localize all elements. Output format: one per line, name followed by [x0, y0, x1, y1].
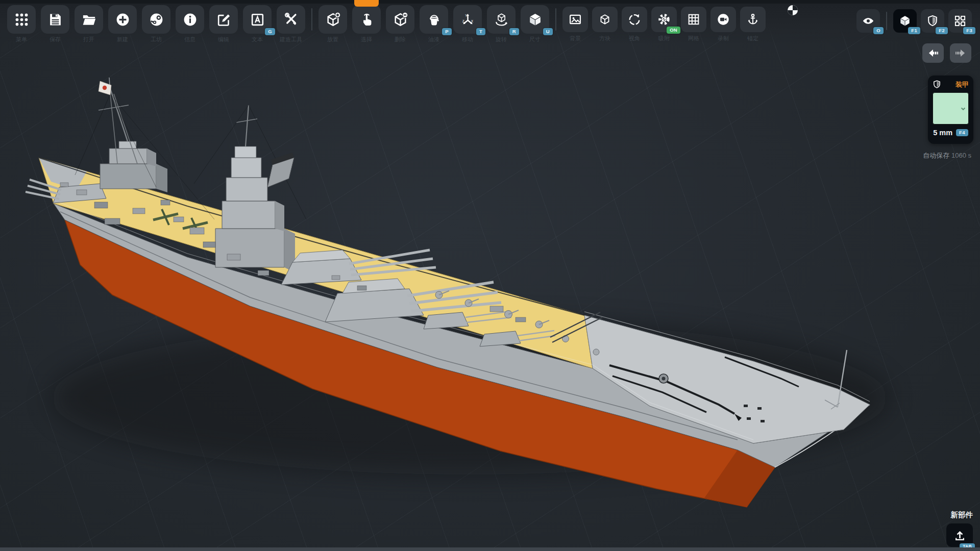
orientation-sphere[interactable]	[787, 4, 799, 16]
build-tools-label: 建造工具	[280, 36, 302, 43]
move-button[interactable]: YZX移动T	[453, 5, 482, 34]
open-button[interactable]: 打开	[75, 5, 103, 34]
add-block-button[interactable]: 放置	[318, 5, 347, 34]
eye-icon	[862, 14, 875, 28]
select-tool-label: 选择	[361, 36, 372, 43]
text-a-icon	[250, 12, 265, 28]
size-label: 尺寸	[529, 36, 541, 43]
toolbar-divider	[311, 8, 312, 31]
upload-arrow-icon	[953, 529, 967, 542]
snap-shortcut-badge: ON	[667, 27, 680, 34]
snap-button[interactable]: 吸附ON	[651, 7, 677, 32]
info-button[interactable]: 信息	[176, 5, 204, 34]
autosave-value: 1060 s	[951, 152, 971, 159]
toolbar-group: 放置选择删除油漆PYZX移动T旋转R尺寸U	[318, 5, 549, 34]
open-label: 打开	[83, 36, 94, 43]
cube-plus-icon	[325, 12, 341, 28]
new-button[interactable]: 新建	[108, 5, 137, 34]
save-button[interactable]: 保存	[41, 5, 69, 34]
shield-icon	[932, 80, 942, 89]
background-label: 背景	[570, 35, 581, 42]
grid-dots-icon	[14, 12, 30, 28]
blocks-panel-button[interactable]: F1	[893, 9, 917, 33]
grid-icon	[687, 12, 701, 27]
armor-shortcut-badge: F4	[956, 129, 968, 137]
toolbar-group: 菜单保存打开新建工坊信息编辑文本G建造工具	[7, 5, 305, 34]
history-controls	[922, 43, 971, 63]
edit-label: 编辑	[218, 36, 229, 43]
toolbar-groups: 菜单保存打开新建工坊信息编辑文本G建造工具放置选择删除油漆PYZX移动T旋转R尺…	[7, 5, 766, 34]
modules-icon	[953, 14, 967, 28]
battleship-model[interactable]	[0, 0, 980, 551]
edit-icon	[216, 12, 232, 28]
menu-label: 菜单	[16, 36, 27, 43]
cube-rotate-icon	[494, 12, 509, 28]
blocks-button[interactable]: 方块	[592, 7, 618, 32]
save-icon	[47, 12, 63, 28]
image-icon	[568, 12, 582, 27]
svg-text:Z: Z	[462, 19, 464, 23]
cube-solid-icon	[527, 12, 543, 28]
visibility-button[interactable]: O	[856, 9, 880, 33]
workshop-button[interactable]: 工坊	[142, 5, 170, 34]
undo-icon	[926, 46, 940, 60]
new-part-button[interactable]: TAB	[946, 523, 973, 547]
modules-panel-shortcut-badge: F3	[963, 27, 975, 35]
folder-icon	[81, 12, 97, 28]
grid-button[interactable]: 网格	[681, 7, 706, 32]
armor-panel-footer: 5 mm F4	[928, 129, 973, 137]
remove-block-button[interactable]: 删除	[386, 5, 414, 34]
paint-shortcut-badge: P	[442, 28, 452, 36]
paint-button[interactable]: 油漆P	[420, 5, 448, 34]
axis-icon: YZX	[460, 12, 476, 28]
armor-panel-title: 装甲	[955, 80, 969, 89]
chevron-down-icon	[959, 104, 968, 113]
build-tools-button[interactable]: 建造工具	[277, 5, 305, 34]
view-reset-button[interactable]: 视角	[622, 7, 647, 32]
undo-button[interactable]	[922, 43, 944, 63]
anchor-button[interactable]: 锚定	[740, 7, 766, 32]
move-shortcut-badge: T	[476, 28, 485, 36]
active-tool-indicator	[354, 0, 379, 7]
rotate-ccw-icon	[627, 12, 642, 27]
camera-icon	[716, 12, 730, 27]
blocks-label: 方块	[599, 35, 610, 42]
svg-text:Y: Y	[465, 13, 468, 17]
visibility-shortcut-badge: O	[873, 27, 884, 35]
tools-icon	[283, 12, 299, 28]
info-icon	[182, 12, 198, 28]
view-toolbar: OF1F2F3	[856, 9, 972, 33]
modules-panel-button[interactable]: F3	[948, 9, 972, 33]
cube-outline-icon	[598, 12, 612, 27]
redo-button[interactable]	[950, 43, 971, 63]
viewport-3d[interactable]	[0, 0, 980, 551]
select-tool-button[interactable]: 选择	[352, 5, 381, 34]
cube-minus-icon	[393, 12, 408, 28]
text-shortcut-badge: G	[265, 28, 275, 36]
armor-color-dropdown[interactable]	[933, 92, 969, 124]
paint-label: 油漆	[428, 36, 439, 43]
steam-icon	[149, 12, 164, 28]
armor-thickness-value: 5 mm	[933, 129, 952, 137]
armor-panel-header: 装甲	[928, 76, 973, 91]
blocks-panel-shortcut-badge: F1	[908, 27, 920, 35]
shield-icon	[926, 14, 939, 28]
add-block-label: 放置	[327, 36, 338, 43]
topbar-strip	[0, 0, 980, 4]
snap-label: 吸附	[658, 35, 670, 42]
bottom-strip	[0, 547, 980, 551]
hand-icon	[359, 12, 375, 28]
rotate-button[interactable]: 旋转R	[487, 5, 516, 34]
size-button[interactable]: 尺寸U	[521, 5, 549, 34]
armor-panel-button[interactable]: F2	[921, 9, 944, 33]
camera-button[interactable]: 录制	[710, 7, 736, 32]
armor-panel-shortcut-badge: F2	[936, 27, 948, 35]
gear-icon	[657, 12, 671, 27]
camera-label: 录制	[718, 35, 729, 42]
menu-button[interactable]: 菜单	[7, 5, 36, 34]
text-button[interactable]: 文本G	[243, 5, 272, 34]
background-button[interactable]: 背景	[562, 7, 588, 32]
edit-button[interactable]: 编辑	[209, 5, 238, 34]
rotate-label: 旋转	[496, 36, 507, 43]
autosave-status: 自动保存 1060 s	[923, 151, 971, 160]
